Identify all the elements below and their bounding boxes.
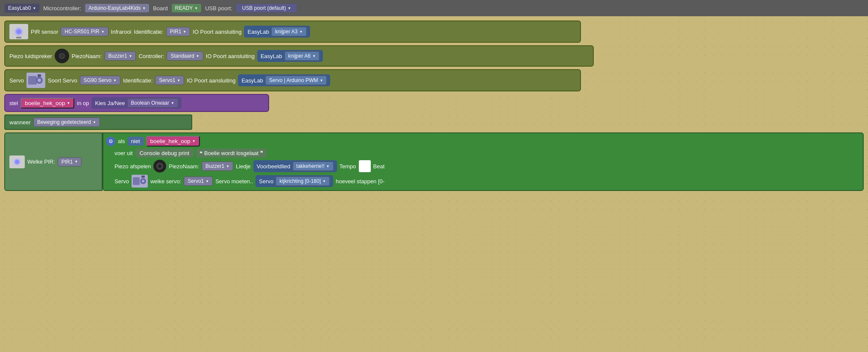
piezo-io-label: IO Poort aansluiting (206, 53, 255, 59)
pir-nested-section: Welke PIR: PIR1 ⚙ als niet boelie_hek_oo… (4, 132, 864, 191)
servo-soort-label: Soort Servo (48, 77, 77, 84)
svg-rect-19 (133, 177, 140, 185)
stel-boolean-dropdown[interactable]: Boolean Onwaar (127, 98, 178, 108)
pir-sensor-label: PIR sensor (31, 29, 58, 35)
piezo-port-dropdown[interactable]: knijper A6 (284, 51, 320, 61)
app-name-dropdown[interactable]: EasyLab0 (4, 3, 40, 13)
pir-io-label: IO Poort aansluiting (193, 29, 241, 35)
svg-point-17 (158, 164, 161, 168)
gear-icon: ⚙ (106, 137, 115, 146)
servo-icon (26, 73, 45, 88)
svg-rect-8 (28, 76, 37, 85)
piezo-naam-label2: PiezoNaam: (169, 163, 199, 170)
voorbeeldlied-label: Voorbeeldlied (257, 163, 290, 170)
svg-point-2 (16, 29, 21, 34)
servo-small-icon (132, 175, 148, 188)
stel-kies-group: Kies Ja/Nee Boolean Onwaar (91, 97, 181, 109)
servo-richting-dropdown[interactable]: kijkrichting [0-180] (276, 176, 330, 186)
wanneer-block: wanneer Beweging gedetecteerd (4, 114, 192, 130)
servo-port-dropdown[interactable]: Servo | Arduino PWM (265, 76, 327, 85)
servo-soort-dropdown[interactable]: SG90 Servo (80, 76, 120, 85)
als-row: ⚙ als niet boelie_hek_oop (106, 136, 860, 147)
pir-port-group: EasyLab knijper A3 (244, 26, 310, 38)
welke-pir-block: Welke PIR: PIR1 (4, 132, 103, 191)
board-label: Board (153, 5, 168, 12)
servo-moeten-label: Servo moeten.. (215, 178, 253, 185)
servo-id-label: Identificatie: (123, 77, 152, 84)
servo-welke-dropdown[interactable]: Servo1 (184, 176, 213, 186)
piezo-liedje-label: Liedje (236, 163, 251, 170)
voer-uit-label: voer uit (114, 150, 133, 156)
niet-block: niet (128, 137, 144, 146)
wanneer-trigger-dropdown[interactable]: Beweging gedetecteerd (33, 117, 100, 127)
pir-type-dropdown[interactable]: HC-SR501 PIR (61, 27, 108, 36)
piezo-easylab-label: EasyLab (261, 53, 282, 59)
piezo-afspelen-label: Piezo afspelen (114, 163, 151, 170)
stel-in-op: in op (77, 100, 89, 106)
usb-port-dropdown[interactable]: USB poort (default) (236, 3, 298, 13)
svg-rect-3 (16, 37, 21, 38)
servo-welke-label: welke servo: (150, 178, 181, 185)
welke-pir-dropdown[interactable]: PIR1 (58, 157, 82, 167)
buzzer-icon (55, 49, 69, 63)
piezo-controller-dropdown[interactable]: Standaard (167, 51, 203, 61)
pir-id-dropdown[interactable]: PIR1 (166, 27, 191, 36)
voer-uit-row: voer uit Console debug print ❝ Boelie wo… (106, 149, 860, 158)
nested-block-area: ⚙ als niet boelie_hek_oop voer uit Conso… (103, 132, 864, 191)
wanneer-label: wanneer (9, 119, 31, 126)
usb-label: USB poort: (205, 5, 232, 12)
microcontroller-label: Microcontroller: (43, 5, 81, 12)
piezo-port-group: EasyLab knijper A6 (257, 50, 323, 62)
pir-id-label: Identificatie: (134, 29, 163, 35)
debug-block: Console debug print (135, 149, 194, 158)
beat-label: Beat (373, 163, 385, 170)
servo-label: Servo (9, 77, 24, 84)
stel-block: stel boelie_hek_oop in op Kies Ja/Nee Bo… (4, 94, 269, 112)
servo-port-group: EasyLab Servo | Arduino PWM (238, 74, 330, 86)
svg-point-6 (60, 54, 64, 58)
svg-rect-11 (38, 74, 41, 77)
servo-action-row: Servo welke servo: Servo1 Servo moeten..… (106, 175, 860, 188)
debug-text: Boelie wordt losgelaat (204, 150, 258, 156)
servo-io-label: IO Poort aansluiting (187, 77, 235, 84)
piezo-naam2-dropdown[interactable]: Buzzer1 (202, 161, 233, 171)
servo-block: Servo Soort Servo SG90 Servo Identificat… (4, 69, 581, 91)
stel-var-dropdown[interactable]: boelie_hek_oop (21, 98, 74, 109)
niet-label: niet (131, 138, 140, 144)
piezo-afspelen-row: Piezo afspelen PiezoNaam: Buzzer1 Liedje… (106, 160, 860, 173)
piezo-controller-label: Controller: (138, 53, 164, 59)
microcontroller-dropdown[interactable]: Arduino-EasyLab4Kids (85, 3, 150, 13)
welke-pir-label: Welke PIR: (27, 158, 55, 165)
pir-port-dropdown[interactable]: knijper A3 (271, 27, 307, 36)
servo-action-label: Servo (114, 178, 129, 185)
piezo-block: Piezo luidspreker PiezoNaam: Buzzer1 Con… (4, 45, 594, 67)
servo-stappen-label: hoeveel stappen [0- (336, 178, 384, 185)
svg-point-21 (142, 180, 144, 182)
liedje-dropdown[interactable]: takkeherrie!! (293, 161, 334, 171)
tempo-partial-block (359, 160, 371, 172)
pir-small-icon (9, 155, 25, 168)
pir-easylab-label: EasyLab (247, 29, 269, 35)
board-status-dropdown[interactable]: READY (171, 3, 202, 13)
als-var-dropdown[interactable]: boelie_hek_oop (146, 136, 200, 147)
pir-content-row: Welke PIR: PIR1 ⚙ als niet boelie_hek_oo… (4, 132, 864, 191)
pir-sensor-block: PIR sensor HC-SR501 PIR Infrarooi Identi… (4, 21, 581, 43)
top-bar: EasyLab0 Microcontroller: Arduino-EasyLa… (0, 0, 868, 16)
svg-point-14 (15, 160, 19, 164)
servo-easylab-label: EasyLab (241, 77, 263, 84)
main-content: PIR sensor HC-SR501 PIR Infrarooi Identi… (0, 16, 868, 195)
pir-infrarooi: Infrarooi (111, 29, 132, 35)
servo-id-dropdown[interactable]: Servo1 (155, 76, 184, 85)
piezo-label: Piezo luidspreker (9, 53, 52, 59)
pir-icon (9, 24, 28, 39)
servo-label2: Servo (259, 178, 273, 185)
piezo-naam-dropdown[interactable]: Buzzer1 (105, 51, 136, 61)
als-label: als (118, 138, 125, 144)
buzzer-small-icon (153, 160, 166, 173)
servo-richting-group: Servo kijkrichting [0-180] (255, 175, 333, 187)
svg-rect-22 (141, 176, 145, 178)
debug-text-block: ❝ Boelie wordt losgelaat ❞ (196, 149, 267, 158)
tempo-label: Tempo (340, 163, 356, 170)
stel-prefix: stel (9, 100, 18, 106)
voorbeeldlied-group: Voorbeeldlied takkeherrie!! (253, 160, 337, 172)
